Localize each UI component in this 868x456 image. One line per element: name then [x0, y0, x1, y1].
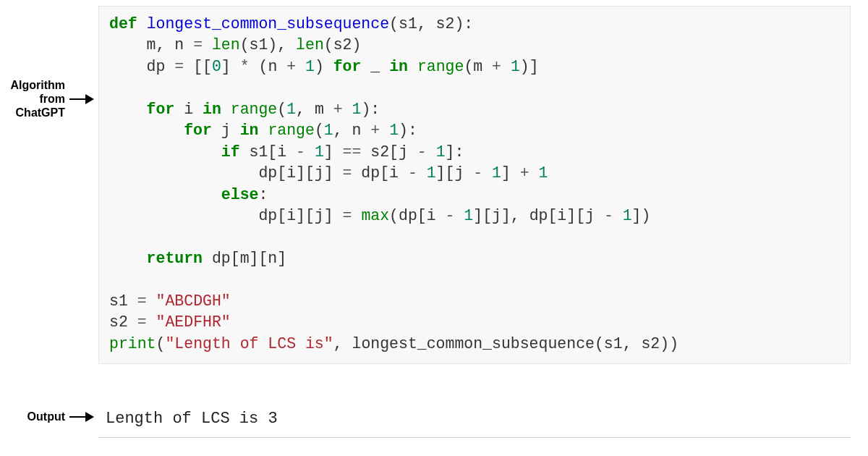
code-text: (: [277, 101, 286, 118]
number: 1: [436, 143, 446, 161]
code-text: dp[i][j]: [258, 164, 342, 182]
op: +: [370, 122, 380, 139]
code-text: ]: [501, 164, 520, 182]
code-text: ]: [221, 58, 240, 75]
builtin-max: max: [361, 207, 389, 224]
code-text: s1: [109, 292, 137, 310]
code-text: :: [258, 186, 268, 203]
code-text: i: [174, 101, 203, 118]
builtin-len: len: [212, 36, 240, 54]
code-text: ): [315, 58, 333, 75]
number: 0: [212, 58, 221, 75]
code-text: ]): [632, 207, 651, 224]
number: 1: [492, 164, 501, 182]
op: +: [492, 58, 501, 75]
op: ==: [343, 143, 362, 161]
output-text: Length of LCS is 3: [106, 410, 278, 428]
code-text: (m: [464, 58, 492, 75]
code-text: ][j: [436, 164, 474, 182]
op: =: [137, 313, 147, 331]
code-text: [408, 58, 417, 75]
arrow-icon: [69, 94, 94, 104]
keyword-def: def: [109, 15, 137, 33]
builtin-range: range: [231, 101, 278, 118]
code-block: def longest_common_subsequence(s1, s2): …: [98, 6, 851, 364]
op: -: [446, 207, 455, 224]
code-text: dp[m][n]: [203, 250, 286, 267]
func-name: longest_common_subsequence: [147, 15, 389, 33]
divider: [98, 437, 851, 438]
number: 1: [352, 101, 362, 118]
keyword-if: if: [221, 143, 240, 161]
keyword-in: in: [240, 122, 259, 139]
number: 1: [623, 207, 632, 224]
code-text: s2: [109, 313, 137, 331]
code-text: j: [212, 122, 240, 139]
arrow-icon: [69, 412, 94, 422]
keyword-return: return: [147, 250, 203, 267]
code-text: (s1, s2):: [389, 15, 473, 33]
keyword-in: in: [203, 101, 221, 118]
string-literal: "Length of LCS is": [165, 335, 333, 352]
op: =: [137, 292, 147, 310]
op: -: [473, 164, 482, 182]
code-text: ):: [361, 101, 380, 118]
op: -: [417, 143, 427, 161]
op: +: [333, 101, 343, 118]
code-text: ,: [333, 122, 352, 139]
code-text: (: [156, 335, 166, 352]
number: 1: [315, 143, 324, 161]
code-text: dp: [147, 58, 175, 75]
number: 1: [389, 122, 399, 139]
op: +: [286, 58, 296, 75]
op: =: [343, 164, 352, 182]
code-text: [258, 122, 268, 139]
op: -: [408, 164, 417, 182]
op: *: [240, 58, 250, 75]
code-text: dp[i][j]: [258, 207, 342, 224]
code-text: (n: [250, 58, 287, 75]
code-text: ]:: [446, 143, 464, 161]
code-text: m: [315, 101, 333, 118]
number: 1: [464, 207, 473, 224]
code-text: (dp[i: [389, 207, 445, 224]
number: 1: [427, 164, 436, 182]
code-text: _: [361, 58, 389, 75]
keyword-for: for: [147, 101, 175, 118]
algorithm-source-label: Algorithm from ChatGPT: [0, 78, 65, 120]
keyword-in: in: [389, 58, 408, 75]
number: 1: [539, 164, 548, 182]
number: 1: [324, 122, 333, 139]
builtin-range: range: [417, 58, 464, 75]
string-literal: "AEDFHR": [156, 313, 231, 331]
builtin-print: print: [109, 335, 156, 352]
number: 1: [305, 58, 315, 75]
keyword-else: else: [221, 186, 259, 203]
code-text: s2[j: [361, 143, 417, 161]
code-text: s1[i: [240, 143, 296, 161]
code-text: [[: [184, 58, 212, 75]
builtin-len: len: [296, 36, 324, 54]
code-text: (: [315, 122, 324, 139]
op: =: [343, 207, 352, 224]
code-text: ]: [324, 143, 343, 161]
code-text: n: [352, 122, 371, 139]
code-text: (s1),: [240, 36, 296, 54]
code-text: m, n: [147, 36, 194, 54]
op: +: [520, 164, 529, 182]
string-literal: "ABCDGH": [156, 292, 231, 310]
keyword-for: for: [184, 122, 212, 139]
code-text: )]: [520, 58, 539, 75]
code-text: dp[i: [352, 164, 407, 182]
output-label: Output: [27, 410, 65, 423]
keyword-for: for: [333, 58, 362, 75]
number: 1: [511, 58, 520, 75]
code-text: [203, 36, 212, 54]
op: =: [174, 58, 184, 75]
op: -: [604, 207, 613, 224]
builtin-range: range: [268, 122, 315, 139]
code-text: ,: [296, 101, 315, 118]
number: 1: [286, 101, 296, 118]
code-text: [221, 101, 231, 118]
code-text: ):: [399, 122, 417, 139]
